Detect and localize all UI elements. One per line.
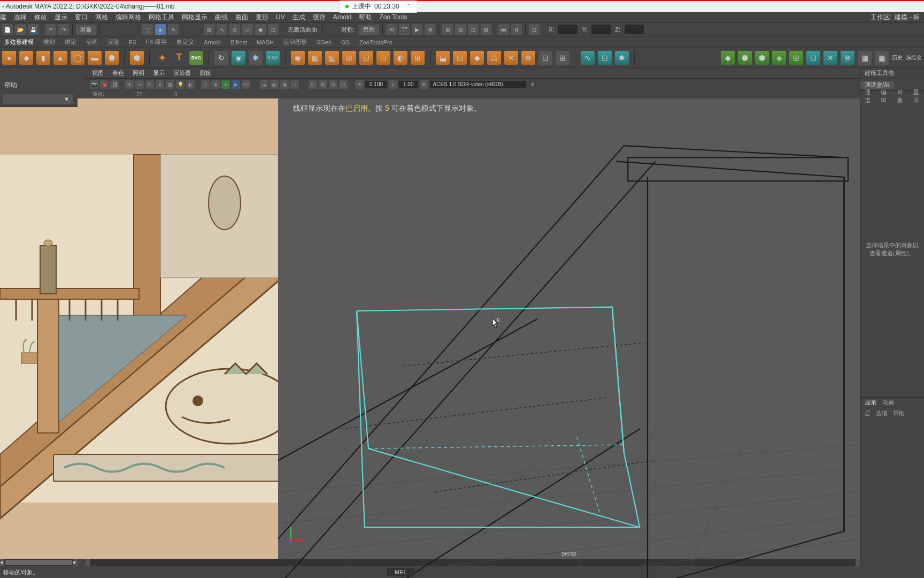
open-scene-icon[interactable]: 📂 (15, 24, 26, 35)
menu-surfaces[interactable]: 曲面 (235, 13, 248, 22)
shelf-tab-mash[interactable]: MASH (257, 39, 274, 45)
menu-mesh-tools[interactable]: 网格工具 (149, 13, 174, 22)
snap-curve-icon[interactable]: ∿ (217, 24, 227, 35)
snap-point-icon[interactable]: ⊙ (229, 24, 240, 35)
vp-bookmark-icon[interactable]: 🔖 (100, 80, 109, 89)
coords-icon[interactable]: 0,0,0 (266, 51, 280, 65)
boolean-union-icon[interactable]: ⊞ (342, 51, 356, 65)
snap-plane-icon[interactable]: ▱ (242, 24, 253, 35)
menu-modify[interactable]: 修改 (34, 13, 47, 22)
vp-view-transform-icon[interactable]: 👁 (420, 80, 428, 89)
vp-menu-lighting[interactable]: 照明 (133, 69, 144, 77)
construction-history-icon[interactable]: ⟲ (386, 24, 397, 35)
freeze-label[interactable]: 冻结变 (906, 54, 922, 62)
vp-menu-panels[interactable]: 面板 (199, 69, 211, 77)
multicut-icon[interactable]: ✕ (504, 51, 518, 65)
custom10-icon[interactable]: ▦ (875, 51, 889, 65)
shelf-tab-zoo[interactable]: ZooToolsPro (359, 39, 392, 45)
combine-icon[interactable]: ◉ (291, 51, 305, 65)
vp-menu-shading[interactable]: 着色 (112, 69, 124, 77)
poly-sphere-icon[interactable]: ● (2, 51, 16, 65)
xform-toggle-icon[interactable]: ⊡ (529, 24, 540, 35)
vp-wire-icon[interactable]: ⊡ (145, 80, 154, 89)
boolean-diff-icon[interactable]: ⊟ (359, 51, 373, 65)
custom1-icon[interactable]: ◆ (721, 51, 735, 65)
menu-help[interactable]: 帮助 (359, 13, 372, 22)
shelf-tab-xgen[interactable]: XGen (317, 39, 332, 45)
vp-light3-icon[interactable]: ○ (290, 80, 299, 89)
tab-channel-box[interactable]: 通道盒/层 (860, 81, 894, 89)
shelf-tab-bifrost[interactable]: Bifrost (230, 39, 247, 45)
vp-shadows-icon[interactable]: ◐ (186, 80, 195, 89)
boolean-intersect-icon[interactable]: ⊡ (376, 51, 390, 65)
soft-select-icon[interactable]: ◉ (232, 51, 245, 65)
custom6-icon[interactable]: ⊡ (806, 51, 820, 65)
custom4-icon[interactable]: ◈ (772, 51, 786, 65)
z-field[interactable] (625, 25, 644, 34)
mirror-icon[interactable]: ⧋ (487, 51, 501, 65)
layer-tab-anim[interactable]: 动画 (883, 399, 895, 407)
colorspace-dropdown[interactable]: ACES 1.0 SDR-video (sRGB) (430, 81, 526, 88)
render-icon[interactable]: 🎬 (399, 24, 410, 35)
dropdown-arrow-icon[interactable]: ▼ (3, 94, 73, 104)
snap-toggle-icon[interactable]: ⊡ (268, 24, 279, 35)
snap-live-icon[interactable]: ◉ (255, 24, 266, 35)
playback-pause-icon[interactable]: ⏸ (511, 24, 522, 35)
poly-plane-icon[interactable]: ▬ (88, 51, 102, 65)
custom5-icon[interactable]: ⊞ (789, 51, 803, 65)
custom8-icon[interactable]: ⊗ (841, 51, 854, 65)
history-label[interactable]: 历史 (892, 54, 903, 62)
custom3-icon[interactable]: ⬢ (755, 51, 769, 65)
shelf-tab-custom[interactable]: 自定义 (176, 38, 194, 46)
vp-xray-icon[interactable]: ◈ (211, 80, 220, 89)
select-tool-icon[interactable]: ⬚ (142, 24, 153, 35)
vp-camera-icon[interactable]: 📷 (90, 80, 98, 89)
menu-zoo-tools[interactable]: Zoo Tools (379, 13, 407, 21)
vp-menu-view[interactable]: 视图 (92, 69, 104, 77)
vp-sel2-icon[interactable]: ⊞ (319, 80, 327, 89)
scroll-left-icon[interactable]: ◂ (0, 559, 4, 566)
type-tool-icon[interactable]: T (172, 51, 186, 65)
extract-icon[interactable]: ▦ (325, 51, 339, 65)
vp-gamma-field2[interactable]: 1.00 (399, 81, 418, 88)
viewport-panels[interactable]: 线框显示现在在已启用。按 5 可在着色模式下显示对象。 (86, 98, 860, 559)
panel-layout2-icon[interactable]: ⊟ (455, 24, 466, 35)
shelf-tab-arnold[interactable]: Arnold (204, 39, 221, 45)
shelf-tab-fx[interactable]: FX (129, 39, 136, 45)
scroll-left-icon[interactable] (86, 559, 90, 566)
vp-sel3-icon[interactable]: ⊟ (329, 80, 337, 89)
menu-uv[interactable]: UV (276, 13, 285, 21)
new-scene-icon[interactable]: 📄 (2, 24, 13, 35)
uv-planar-icon[interactable]: ∿ (581, 51, 595, 65)
smooth-icon[interactable]: ◐ (394, 51, 407, 65)
vp-light2-icon[interactable]: ◑ (280, 80, 289, 89)
poly-disc-icon[interactable]: ⬣ (105, 51, 119, 65)
save-scene-icon[interactable]: 💾 (28, 24, 38, 35)
symmetry-dropdown[interactable]: 禁用 (359, 25, 379, 35)
shelf-tab-anim[interactable]: 动画 (86, 38, 98, 46)
crease-icon[interactable]: ✱ (249, 51, 263, 65)
layer-sub-help[interactable]: 帮助 (893, 409, 905, 417)
vp-gamma-icon[interactable]: γ (389, 80, 397, 89)
menu-display[interactable]: 显示 (55, 13, 67, 22)
panel-layout4-icon[interactable]: ⊞ (481, 24, 491, 35)
superellipse-icon[interactable]: ✦ (155, 51, 169, 65)
shelf-tab-fxcache[interactable]: FX 缓存 (146, 38, 167, 46)
vp-gate-icon[interactable]: ▭ (135, 80, 144, 89)
shelf-tab-render[interactable]: 渲染 (107, 38, 119, 46)
menu-cache[interactable]: 缓存 (313, 13, 326, 22)
shelf-tab-rigging[interactable]: 绑定 (65, 38, 76, 46)
vp-grid-icon[interactable]: ⊞ (125, 80, 134, 89)
vp-isolate-icon[interactable]: ⊙ (201, 80, 210, 89)
layer-sub-layers[interactable]: 层 (865, 409, 871, 417)
menu-mesh-display[interactable]: 网格显示 (182, 13, 207, 22)
custom2-icon[interactable]: ⬣ (738, 51, 752, 65)
menu-create[interactable]: 建 (0, 13, 6, 22)
vp-ao-icon[interactable]: ● (221, 80, 230, 89)
poly-torus-icon[interactable]: ◯ (71, 51, 84, 65)
vp-menu-renderer[interactable]: 渲染器 (173, 69, 191, 77)
playback-step-icon[interactable]: ⏮ (498, 24, 509, 35)
scroll-thumb[interactable] (5, 560, 72, 565)
toolbox-dropdown[interactable]: ▼ (0, 91, 78, 107)
connect-icon[interactable]: ⊞ (556, 51, 569, 65)
